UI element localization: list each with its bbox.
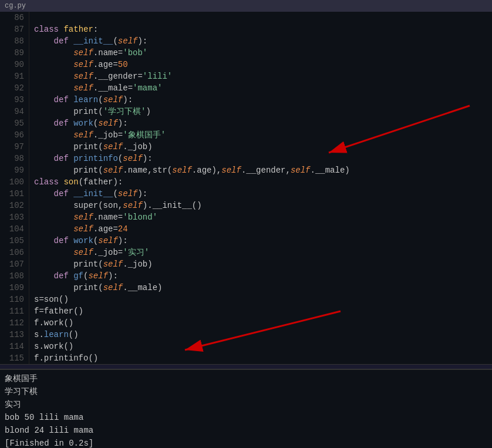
code-line: def learn(self):	[34, 94, 487, 106]
code-line: print(self._job)	[34, 141, 487, 153]
code-line: def work(self):	[34, 235, 487, 247]
code-line: def gf(self):	[34, 270, 487, 282]
console-line: 实习	[5, 398, 487, 411]
code-line: s.learn()	[34, 329, 487, 341]
scrollbar-h[interactable]	[0, 364, 492, 369]
file-title: cg.py	[5, 2, 26, 10]
code-line: f.printinfo()	[34, 352, 487, 364]
code-line	[34, 12, 487, 23]
code-line: f.work()	[34, 317, 487, 329]
console-line: 学习下棋	[5, 385, 487, 398]
code-lines: class father: def __init__(self): self.n…	[29, 12, 492, 364]
code-line: def work(self):	[34, 117, 487, 129]
console-line: [Finished in 0.2s]	[5, 437, 487, 448]
code-line: print(self._job)	[34, 258, 487, 270]
code-line: def __init__(self):	[34, 35, 487, 47]
code-line: def printinfo(self):	[34, 153, 487, 164]
line-numbers: 86 87 88 89 90 91 92 93 94 95 96 97 98 9…	[0, 12, 29, 364]
code-line: self.name='blond'	[34, 211, 487, 223]
title-bar: cg.py	[0, 0, 492, 12]
code-line: super(son,self).__init__()	[34, 200, 487, 211]
code-line: self.__male='mama'	[34, 82, 487, 94]
code-line: s.work()	[34, 341, 487, 352]
code-line: s=son()	[34, 294, 487, 305]
code-line: self.__gender='lili'	[34, 70, 487, 82]
code-line: self.age=50	[34, 59, 487, 70]
code-line: self.name='bob'	[34, 47, 487, 59]
code-line: print(self.__male)	[34, 282, 487, 294]
code-line: class father:	[34, 23, 487, 35]
code-line: def __init__(self):	[34, 188, 487, 200]
code-line: print('学习下棋')	[34, 106, 487, 117]
code-line: print(self.name,str(self.age),self.__gen…	[34, 164, 487, 176]
console-line: 象棋国手	[5, 372, 487, 385]
code-line: class son(father):	[34, 176, 487, 188]
console-line: blond 24 lili mama	[5, 424, 487, 437]
code-line: self._job='象棋国手'	[34, 129, 487, 141]
console-line: bob 50 lili mama	[5, 411, 487, 424]
console-area: 象棋国手 学习下棋 实习 bob 50 lili mama blond 24 l…	[0, 369, 492, 448]
code-line: self.age=24	[34, 223, 487, 235]
editor-container: 86 87 88 89 90 91 92 93 94 95 96 97 98 9…	[0, 12, 492, 364]
code-line: f=father()	[34, 305, 487, 317]
code-area: 86 87 88 89 90 91 92 93 94 95 96 97 98 9…	[0, 12, 492, 364]
code-line: self._job='实习'	[34, 247, 487, 258]
